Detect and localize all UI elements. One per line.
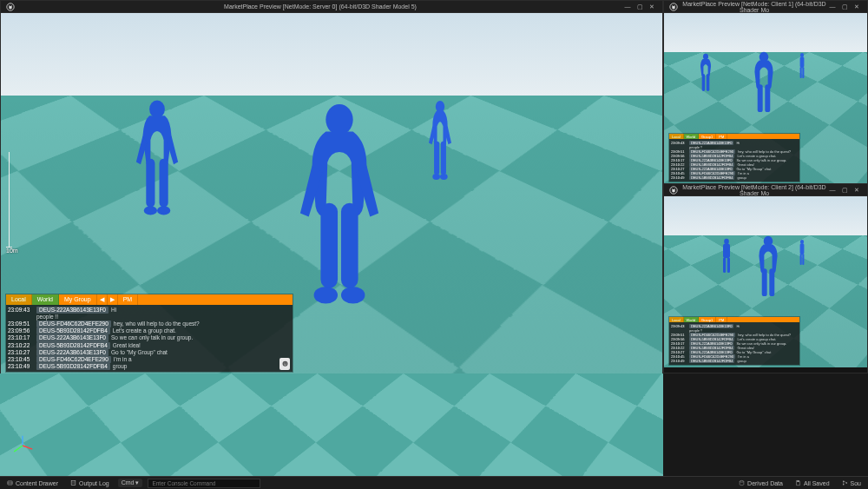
minimize-button[interactable]: — [622,3,633,11]
chat-tab-prev[interactable]: ◀ [97,294,108,305]
chat-row: 23:09:56DEUS-5B93D28142FDFB4Let's create… [8,327,293,334]
chat-user-tag[interactable]: DEUS-222A3B6143E13F0 [36,307,108,314]
chat-timestamp: 23:09:43 [8,307,34,314]
chat-tab-world[interactable]: World [684,317,699,322]
chat-panel-mini: Local World Group1 PM 23:09:43DEUS-222A3… [669,134,799,182]
chat-timestamp: 23:09:43 [671,141,687,145]
chat-timestamp: 23:10:27 [8,349,34,356]
svg-rect-37 [769,268,774,296]
viewport-client2[interactable]: Local World Group1 PM 23:09:43DEUS-222A3… [664,196,867,367]
svg-point-17 [283,362,284,363]
mannequin [794,239,810,274]
svg-point-1 [149,101,165,118]
chat-user-tag[interactable]: DEUS-5B93D28142FDFB4 [36,327,110,334]
chat-message-list[interactable]: 23:09:43DEUS-222A3B6143E13F0Hipeople !!2… [669,322,799,365]
source-control-button[interactable]: Sou [838,478,865,488]
svg-rect-27 [800,56,805,68]
chat-user-tag[interactable]: DEUS-FD46C62D4EFE290 [36,356,111,363]
svg-rect-7 [320,203,338,288]
svg-rect-13 [441,142,446,175]
chat-timestamp: 23:10:22 [8,342,34,349]
chat-message-text: group [737,175,746,180]
chat-user-tag[interactable]: DEUS-5B93D28142FDFB4 [689,175,734,180]
minimize-button[interactable]: — [827,3,838,11]
viewport-client1[interactable]: Local World Group1 PM 23:09:43DEUS-222A3… [664,13,867,184]
svg-rect-36 [762,268,767,296]
chat-message-list[interactable]: 23:09:43DEUS-222A3B6143E13F0Hipeople !!2… [6,305,293,372]
minimize-button[interactable]: — [827,186,838,195]
chat-tab-pm[interactable]: PM [716,317,727,322]
chat-message-list[interactable]: 23:09:43DEUS-222A3B6143E13F0Hipeople !!2… [669,139,799,182]
svg-rect-33 [723,257,726,273]
output-log-button[interactable]: Output Log [67,478,113,488]
chat-message-text: Hi [111,307,116,314]
chat-tab-pm[interactable]: PM [118,294,139,305]
ue-logo-icon [6,3,15,11]
svg-point-20 [703,54,708,60]
chat-row: 23:10:49DEUS-5B93D28142FDFB4group [8,363,293,370]
chat-message-text: group [113,363,128,370]
chat-tab-world[interactable]: World [32,294,59,305]
maximize-button[interactable]: ▢ [839,186,850,195]
svg-rect-32 [723,243,730,258]
chat-tab-local[interactable]: Local [669,317,684,322]
mannequin [694,53,717,102]
chat-timestamp: 23:10:49 [671,359,687,363]
chat-user-tag[interactable]: DEUS-FD46C62D4EFE290 [36,320,111,327]
chat-message-text: group [737,359,746,363]
svg-rect-39 [800,243,805,254]
content-drawer-button[interactable]: Content Drawer [3,478,62,488]
chat-panel: Local World My Group ◀ ▶ PM 23:09:43DEUS… [6,294,293,372]
svg-point-52 [843,481,844,482]
floor [0,373,663,476]
close-button[interactable]: ✕ [852,3,862,11]
chat-emoji-icon[interactable] [279,358,290,370]
chat-tabs: Local World My Group ◀ ▶ PM [6,294,293,305]
close-button[interactable]: ✕ [647,3,657,11]
viewport-server[interactable]: 10m Local World My Group ◀ ▶ PM 23:09:43… [1,13,662,374]
maximize-button[interactable]: ▢ [839,3,850,11]
close-button[interactable]: ✕ [852,186,862,195]
maximize-button[interactable]: ▢ [635,3,645,11]
editor-viewport-strip[interactable] [0,373,663,476]
chat-message-text: Hi [736,141,740,145]
svg-point-5 [157,206,170,215]
svg-rect-40 [800,254,802,265]
chat-tab-local[interactable]: Local [6,294,32,305]
chat-user-tag[interactable]: DEUS-5B93D28142FDFB4 [36,363,110,370]
all-saved-button[interactable]: All Saved [792,478,833,488]
chat-user-tag[interactable]: DEUS-5B93D28142FDFB4 [689,359,734,363]
mannequin [751,235,786,310]
chat-timestamp: 23:10:49 [8,363,34,370]
mannequin [794,52,810,87]
chat-tab-local[interactable]: Local [669,134,684,139]
ue-logo-icon [669,186,678,195]
derived-data-button[interactable]: Derived Data [735,478,786,488]
chat-tab-world[interactable]: World [684,134,699,139]
svg-point-11 [436,101,444,113]
chat-message-text: Great idea! [113,342,141,349]
svg-rect-51 [797,480,799,481]
ue-logo-icon [669,3,678,11]
chat-user-tag[interactable]: DEUS-222A3B6143E13F0 [36,349,108,356]
chat-tab-group[interactable]: Group1 [699,317,716,322]
chat-tab-group[interactable]: Group1 [699,134,716,139]
panel-server: MarketPlace Preview [NetMode: Server 0] … [0,0,663,373]
chat-timestamp: 23:09:43 [671,324,687,328]
chat-tab-group[interactable]: My Group [59,294,97,305]
chat-user-tag[interactable]: DEUS-222A3B6143E13F0 [36,334,108,341]
chat-message-text: Go to "My Group" chat [111,349,168,356]
mannequin [716,238,737,283]
chat-user-tag[interactable]: DEUS-5B93D28142FDFB4 [36,342,110,349]
scale-label: 10m [6,248,18,254]
svg-point-26 [800,53,804,57]
console-command-input[interactable] [148,479,260,488]
svg-line-44 [14,446,23,452]
cmd-label[interactable]: Cmd ▾ [118,479,143,487]
log-icon [70,480,76,486]
svg-rect-29 [802,67,804,78]
sky [1,13,662,96]
chat-tab-next[interactable]: ▶ [108,294,118,305]
chat-tab-pm[interactable]: PM [716,134,727,139]
scale-indicator: 10m [6,152,18,254]
